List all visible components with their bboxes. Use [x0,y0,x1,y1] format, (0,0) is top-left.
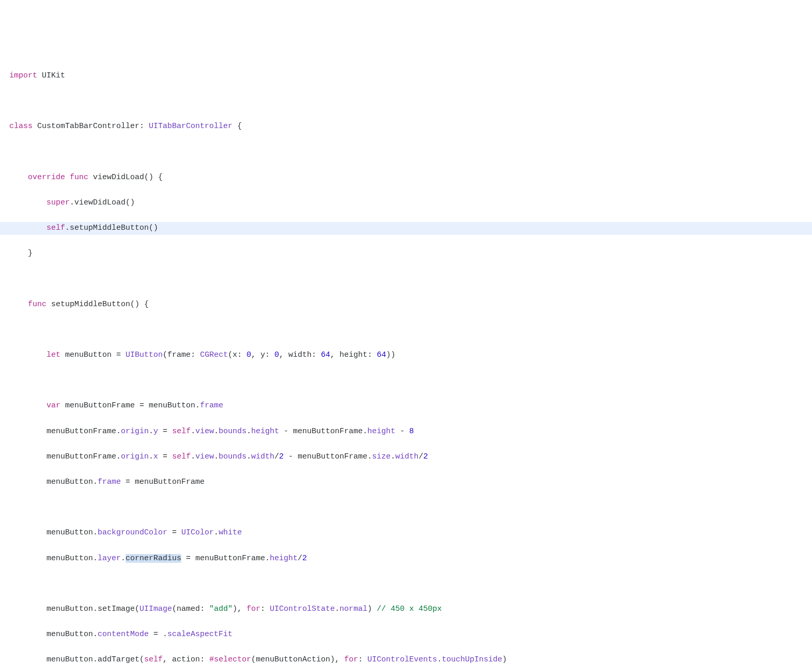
prop-view: view [195,452,214,461]
code-line [9,146,803,159]
arg-action: action [172,655,200,664]
code-line: menuButton.backgroundColor = UIColor.whi… [9,527,803,540]
num: 0 [246,351,251,359]
prop-normal: normal [339,605,367,613]
code-line: var menuButtonFrame = menuButton.frame [9,400,803,413]
num: 2 [423,452,428,461]
expr: menuButton [46,478,93,486]
code-line [9,324,803,337]
code-line: menuButton.frame = menuButtonFrame [9,476,803,489]
kw-self: self [172,452,191,461]
string: "add" [209,605,232,613]
prop-height: height [367,427,395,436]
num: 2 [302,554,307,563]
superclass: UITabBarController [149,122,232,131]
code-line: super.viewDidLoad() [9,197,803,210]
code-line: override func viewDidLoad() { [9,171,803,184]
arg-x: x [232,351,237,359]
num: 64 [321,351,330,359]
num: 64 [377,351,386,359]
prop-y: y [153,427,158,436]
type-uicolor: UIColor [181,528,214,537]
code-line: class CustomTabBarController: UITabBarCo… [9,120,803,133]
expr: menuButton [149,401,195,410]
expr: menuButton [46,528,93,537]
prop-cornerradius: cornerRadius [126,554,181,563]
class-name: CustomTabBarController [37,122,139,131]
expr: menuButton [46,605,93,613]
code-line: menuButton.layer.cornerRadius = menuButt… [9,552,803,565]
code-line-highlighted: self.setupMiddleButton() [0,222,812,235]
prop-white: white [218,528,242,537]
kw-func: func [28,300,46,309]
expr: menuButtonFrame [195,554,265,563]
fn-setupmiddlebutton: setupMiddleButton [51,300,130,309]
arg-frame: frame [167,351,191,359]
call-setupmiddlebutton: setupMiddleButton [70,224,149,232]
expr: menuButtonFrame [298,452,367,461]
prop-origin: origin [121,427,149,436]
expr: menuButton [46,554,93,563]
code-line [9,95,803,108]
kw-self: self [172,427,191,436]
prop-view: view [195,427,214,436]
prop-contentmode: contentMode [98,630,149,639]
kw-super: super [46,198,70,207]
expr: menuButton [46,630,93,639]
comment: // 450 x 450px [377,605,442,613]
num: 8 [409,427,414,436]
code-line: import UIKit [9,70,803,83]
kw-for: for [344,655,358,664]
kw-override: override [28,173,65,182]
type-cgrect: CGRect [200,351,228,359]
kw-selector: #selector [209,655,251,664]
prop-x: x [153,452,158,461]
prop-origin: origin [121,452,149,461]
kw-class: class [9,122,33,131]
code-line: menuButton.setImage(UIImage(named: "add"… [9,603,803,616]
code-line [9,501,803,514]
prop-backgroundcolor: backgroundColor [98,528,167,537]
code-line: menuButton.contentMode = .scaleAspectFit [9,628,803,641]
prop-height: height [251,427,279,436]
module-uikit: UIKit [42,71,65,80]
prop-width: width [251,452,274,461]
expr: menuButtonFrame [46,427,116,436]
call-viewdidload: viewDidLoad [74,198,126,207]
kw-let: let [46,351,60,359]
prop-scaleaspectfit: scaleAspectFit [167,630,232,639]
prop-bounds: bounds [218,427,246,436]
code-line [9,374,803,387]
kw-import: import [9,71,37,80]
kw-var: var [46,401,60,410]
num: 2 [279,452,284,461]
code-line: menuButtonFrame.origin.x = self.view.bou… [9,451,803,464]
code-line: menuButtonFrame.origin.y = self.view.bou… [9,425,803,438]
var-menubuttonframe: menuButtonFrame [65,401,135,410]
type-uicontrolevents: UIControlEvents [367,655,437,664]
expr: menuButton [46,655,93,664]
prop-size: size [372,452,391,461]
var-menubutton: menuButton [65,351,112,359]
kw-self: self [46,224,65,232]
selector-menubuttonaction: menuButtonAction [256,655,330,664]
expr: menuButtonFrame [135,478,205,486]
type-uibutton: UIButton [126,351,163,359]
kw-for: for [246,605,260,613]
code-line: } [9,247,803,260]
text-selection: cornerRadius [126,554,181,563]
prop-touchupinside: touchUpInside [442,655,502,664]
arg-width: width [288,351,311,359]
prop-frame: frame [98,478,121,486]
kw-func: func [70,173,88,182]
code-line [9,273,803,286]
code-line [9,578,803,591]
code-line: func setupMiddleButton() { [9,298,803,311]
arg-named: named [177,605,200,613]
expr: menuButtonFrame [46,452,116,461]
prop-bounds: bounds [218,452,246,461]
code-editor[interactable]: import UIKit class CustomTabBarControlle… [0,51,812,664]
prop-layer: layer [98,554,121,563]
num: 0 [274,351,279,359]
code-line: let menuButton = UIButton(frame: CGRect(… [9,349,803,362]
